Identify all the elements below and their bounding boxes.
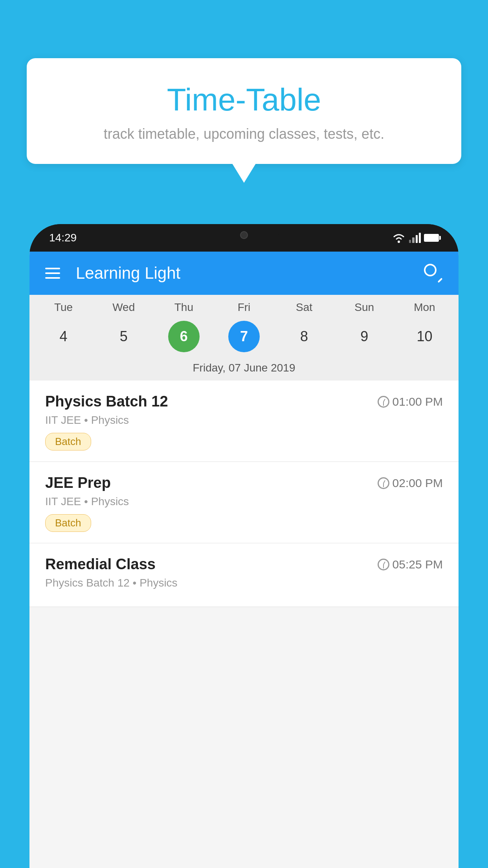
menu-button[interactable] [45, 268, 60, 279]
menu-line-1 [45, 268, 60, 269]
day-header-mon: Mon [401, 301, 448, 314]
signal-icon [409, 233, 421, 243]
day-header-thu: Thu [160, 301, 207, 314]
svg-point-0 [398, 241, 400, 243]
speech-bubble: Time-Table track timetable, upcoming cla… [27, 58, 461, 164]
schedule-item-2-time-text: 02:00 PM [393, 476, 443, 490]
search-handle [438, 278, 443, 283]
selected-date-label: Friday, 07 June 2019 [29, 359, 459, 381]
app-title: Learning Light [76, 264, 424, 283]
clock-icon-1 [378, 396, 389, 408]
schedule-item-2[interactable]: JEE Prep 02:00 PM IIT JEE • Physics Batc… [29, 462, 459, 543]
menu-line-2 [45, 272, 60, 274]
day-10[interactable]: 10 [409, 321, 440, 352]
camera-icon [240, 231, 248, 239]
day-9[interactable]: 9 [349, 321, 380, 352]
wifi-icon [392, 233, 406, 243]
schedule-item-3[interactable]: Remedial Class 05:25 PM Physics Batch 12… [29, 543, 459, 607]
schedule-item-1-badge: Batch [45, 433, 91, 451]
bubble-subtitle: track timetable, upcoming classes, tests… [42, 126, 446, 142]
status-icons [392, 233, 439, 243]
app-screen: Learning Light Tue Wed Thu Fri Sat Sun M… [29, 252, 459, 868]
status-bar: 14:29 [29, 224, 459, 252]
schedule-item-1-title: Physics Batch 12 [45, 393, 168, 410]
schedule-item-2-title: JEE Prep [45, 474, 111, 491]
clock-icon-2 [378, 477, 389, 489]
schedule-item-1-time: 01:00 PM [378, 395, 443, 408]
search-icon [424, 264, 437, 276]
day-header-fri: Fri [220, 301, 268, 314]
phone-notch [209, 224, 279, 246]
day-5[interactable]: 5 [108, 321, 139, 352]
app-topbar: Learning Light [29, 252, 459, 295]
day-4[interactable]: 4 [48, 321, 79, 352]
day-8[interactable]: 8 [288, 321, 320, 352]
schedule-item-3-header: Remedial Class 05:25 PM [45, 556, 443, 573]
day-7-selected[interactable]: 7 [228, 321, 260, 352]
schedule-item-1[interactable]: Physics Batch 12 01:00 PM IIT JEE • Phys… [29, 381, 459, 462]
schedule-item-2-badge: Batch [45, 514, 91, 532]
day-header-wed: Wed [100, 301, 147, 314]
schedule-item-1-header: Physics Batch 12 01:00 PM [45, 393, 443, 410]
schedule-item-1-time-text: 01:00 PM [393, 395, 443, 408]
day-header-sat: Sat [281, 301, 328, 314]
bubble-title: Time-Table [42, 82, 446, 118]
day-headers: Tue Wed Thu Fri Sat Sun Mon [29, 301, 459, 318]
battery-icon [424, 234, 439, 242]
status-time: 14:29 [49, 232, 77, 244]
day-header-tue: Tue [40, 301, 87, 314]
menu-line-3 [45, 277, 60, 279]
schedule-item-3-time: 05:25 PM [378, 558, 443, 571]
schedule-item-2-subtitle: IIT JEE • Physics [45, 495, 443, 508]
schedule-item-3-title: Remedial Class [45, 556, 156, 573]
schedule-list: Physics Batch 12 01:00 PM IIT JEE • Phys… [29, 381, 459, 607]
speech-bubble-container: Time-Table track timetable, upcoming cla… [27, 58, 461, 164]
clock-icon-3 [378, 559, 389, 570]
day-header-sun: Sun [341, 301, 388, 314]
schedule-item-2-header: JEE Prep 02:00 PM [45, 474, 443, 491]
search-button[interactable] [424, 264, 443, 283]
schedule-item-2-time: 02:00 PM [378, 476, 443, 490]
schedule-item-3-subtitle: Physics Batch 12 • Physics [45, 577, 443, 589]
day-numbers: 4 5 6 7 8 9 10 [29, 318, 459, 359]
calendar-strip: Tue Wed Thu Fri Sat Sun Mon 4 5 6 7 8 9 … [29, 295, 459, 381]
day-6-today[interactable]: 6 [168, 321, 200, 352]
schedule-item-3-time-text: 05:25 PM [393, 558, 443, 571]
schedule-item-1-subtitle: IIT JEE • Physics [45, 414, 443, 427]
phone-frame: 14:29 [29, 224, 459, 868]
